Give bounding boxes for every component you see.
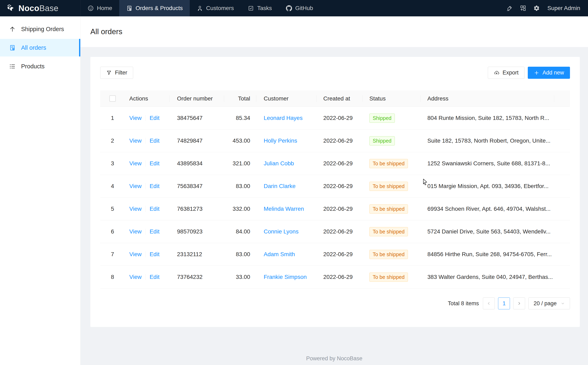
view-link[interactable]: View [129, 138, 142, 144]
filter-icon [106, 70, 112, 76]
export-button[interactable]: Export [488, 67, 524, 79]
actions-divider [145, 160, 146, 167]
status-cell: To be shipped [363, 243, 421, 266]
actions-cell: ViewEdit [125, 198, 170, 220]
row-spacer-cell [554, 152, 570, 175]
total-cell: 332.00 [224, 198, 256, 220]
select-all-checkbox[interactable] [109, 95, 116, 102]
created-at-cell: 2022-06-29 [317, 175, 363, 198]
nav-item-customers[interactable]: Customers [190, 0, 241, 16]
actions-cell: ViewEdit [125, 266, 170, 288]
brand-text-light: Base [39, 4, 58, 13]
top-navbar: NocoBase HomeOrders & ProductsCustomersT… [0, 0, 588, 16]
github-icon [286, 5, 292, 11]
orders-icon [126, 5, 132, 11]
customer-cell: Melinda Warren [256, 198, 317, 220]
nav-item-tasks[interactable]: Tasks [241, 0, 279, 16]
actions-cell: ViewEdit [125, 129, 170, 152]
page-header: All orders [80, 16, 588, 47]
export-button-label: Export [502, 70, 519, 76]
customer-link[interactable]: Frankie Simpson [264, 274, 307, 280]
customer-link[interactable]: Leonard Hayes [264, 115, 303, 121]
order-number-cell: 73764232 [170, 266, 224, 288]
page-size-select[interactable]: 20 / page [528, 297, 570, 309]
pagination-next-button[interactable] [513, 297, 525, 309]
status-badge: To be shipped [369, 250, 408, 259]
add-new-button[interactable]: Add new [528, 67, 570, 79]
sidebar-item-all-orders[interactable]: All orders [0, 39, 80, 56]
navbar-actions: Super Admin [503, 0, 588, 16]
order-number-cell: 75638347 [170, 175, 224, 198]
cloud-download-icon [494, 70, 500, 76]
view-link[interactable]: View [129, 115, 142, 121]
pagination-prev-button[interactable] [483, 297, 495, 309]
nav-item-orders-products[interactable]: Orders & Products [119, 0, 190, 16]
powered-by-link[interactable]: Powered by NocoBase [80, 355, 588, 362]
arrow-up-icon [9, 26, 16, 33]
status-cell: To be shipped [363, 266, 421, 288]
smile-icon [87, 5, 94, 11]
settings-button[interactable] [530, 0, 543, 16]
table-header-select [100, 91, 125, 107]
view-link[interactable]: View [129, 183, 142, 190]
status-badge: To be shipped [369, 159, 408, 168]
actions-divider [145, 183, 146, 189]
row-spacer-cell [554, 220, 570, 243]
edit-link[interactable]: Edit [150, 251, 160, 258]
edit-link[interactable]: Edit [150, 274, 160, 280]
status-badge: To be shipped [369, 204, 408, 214]
row-index: 7 [100, 243, 125, 266]
total-cell: 83.00 [224, 175, 256, 198]
customer-link[interactable]: Connie Lyons [264, 228, 298, 235]
table-header-created-at: Created at [317, 91, 363, 107]
status-cell: Shipped [363, 107, 421, 129]
status-cell: To be shipped [363, 152, 421, 175]
nav-item-home[interactable]: Home [80, 0, 119, 16]
view-link[interactable]: View [129, 228, 142, 235]
view-link[interactable]: View [129, 160, 142, 167]
customer-link[interactable]: Holly Perkins [264, 138, 297, 144]
customer-link[interactable]: Adam Smith [264, 251, 295, 258]
edit-link[interactable]: Edit [150, 183, 160, 190]
pagination-page-1[interactable]: 1 [498, 297, 510, 309]
edit-link[interactable]: Edit [150, 138, 160, 144]
nav-item-label: Tasks [257, 5, 272, 11]
table-header-spacer [554, 91, 570, 107]
ui-editor-button[interactable] [503, 0, 516, 16]
plugin-button[interactable] [516, 0, 530, 16]
customer-link[interactable]: Melinda Warren [264, 206, 304, 212]
actions-divider [145, 229, 146, 235]
table-header-status: Status [363, 91, 421, 107]
nav-item-github[interactable]: GitHub [279, 0, 320, 16]
edit-link[interactable]: Edit [150, 115, 160, 121]
created-at-cell: 2022-06-29 [317, 107, 363, 129]
orders-card: Filter Export [90, 57, 580, 327]
order-number-cell: 76381273 [170, 198, 224, 220]
row-spacer-cell [554, 129, 570, 152]
pagination-total: Total 8 items [448, 300, 479, 307]
address-cell: 804 Runte Mission, Suite 182, 15783, Nor… [421, 107, 554, 129]
view-link[interactable]: View [129, 206, 142, 212]
edit-link[interactable]: Edit [150, 206, 160, 212]
table-header-total: Total [224, 91, 256, 107]
sidebar-item-products[interactable]: Products [0, 57, 80, 75]
sidebar-item-shipping-orders[interactable]: Shipping Orders [0, 20, 80, 38]
app-logo[interactable]: NocoBase [0, 0, 80, 16]
actions-divider [145, 251, 146, 257]
edit-link[interactable]: Edit [150, 228, 160, 235]
view-link[interactable]: View [129, 251, 142, 258]
edit-link[interactable]: Edit [150, 160, 160, 167]
row-index: 6 [100, 220, 125, 243]
row-spacer-cell [554, 198, 570, 220]
created-at-cell: 2022-06-29 [317, 243, 363, 266]
address-cell: 84856 Hirthe Run, Suite 268, 94754-6705,… [421, 243, 554, 266]
order-number-cell: 98570923 [170, 220, 224, 243]
customer-link[interactable]: Darin Clarke [264, 183, 296, 190]
customer-link[interactable]: Julian Cobb [264, 160, 294, 167]
filter-button[interactable]: Filter [100, 67, 133, 79]
order-number-cell: 23132112 [170, 243, 224, 266]
main-area: All orders Filter [80, 16, 588, 365]
view-link[interactable]: View [129, 274, 142, 280]
actions-divider [145, 274, 146, 280]
user-menu[interactable]: Super Admin [547, 5, 580, 11]
